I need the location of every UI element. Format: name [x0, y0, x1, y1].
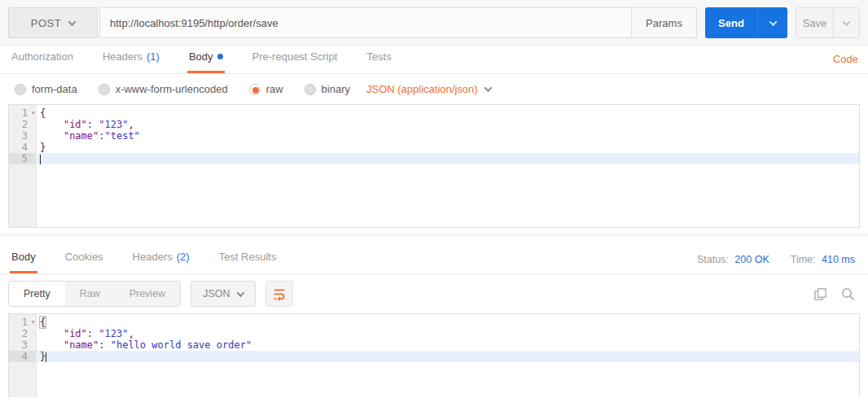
code-line-text[interactable]: {	[36, 107, 859, 119]
tab-label: Headers	[133, 251, 173, 263]
editor-line[interactable]: 3 "name": "hello world save order"	[9, 339, 859, 351]
tab-label: Cookies	[65, 251, 103, 263]
preview-button[interactable]: Preview	[115, 282, 180, 306]
response-tabs: Body Cookies Headers (2) Test Results St…	[0, 235, 868, 274]
tab-pre-request-script[interactable]: Pre-request Script	[251, 44, 340, 73]
radio-label: form-data	[32, 83, 77, 95]
wrap-text-icon	[272, 286, 287, 301]
code-line-text[interactable]: "name": "hello world save order"	[36, 339, 859, 351]
code-line-text[interactable]: }	[36, 142, 859, 153]
tab-authorization[interactable]: Authorization	[10, 44, 75, 73]
time-indicator: Time: 410 ms	[791, 254, 855, 265]
time-value: 410 ms	[822, 254, 855, 265]
editor-line[interactable]: 3 "name":"test"	[9, 130, 859, 142]
tab-body[interactable]: Body	[187, 44, 225, 73]
tab-label: Body	[11, 251, 36, 263]
tab-tests[interactable]: Tests	[365, 44, 392, 73]
radio-raw[interactable]: raw	[249, 83, 283, 95]
code-line-text[interactable]: }	[36, 351, 859, 362]
status-value: 200 OK	[734, 254, 769, 265]
editor-line[interactable]: 2 "id": "123",	[9, 119, 859, 130]
line-number: 1▾	[9, 107, 36, 119]
tab-label: Pre-request Script	[252, 50, 338, 63]
line-number: 4	[9, 351, 36, 362]
search-icon	[840, 286, 855, 301]
body-type-options: form-data x-www-form-urlencoded raw bina…	[0, 74, 868, 104]
tab-label: Body	[189, 50, 213, 63]
request-tabs: Authorization Headers (1) Body Pre-reque…	[0, 46, 868, 74]
method-label: POST	[31, 17, 61, 29]
radio-label: raw	[266, 83, 283, 95]
section-divider	[0, 228, 868, 235]
status-indicator: Status: 200 OK	[697, 254, 769, 265]
save-button[interactable]: Save	[796, 8, 833, 37]
response-format-select[interactable]: JSON	[191, 281, 256, 307]
code-line-text[interactable]: "id": "123",	[36, 328, 859, 339]
method-select[interactable]: POST	[8, 7, 98, 38]
view-mode-group: Pretty Raw Preview	[8, 281, 181, 307]
tab-label: Test Results	[219, 251, 277, 263]
content-type-select[interactable]: JSON (application/json)	[366, 83, 491, 95]
editor-line[interactable]: 2 "id": "123",	[9, 328, 859, 339]
editor-line[interactable]: 4}	[9, 351, 859, 362]
editor-line[interactable]: 4}	[9, 142, 859, 153]
chevron-down-icon	[68, 18, 77, 26]
wrap-text-button[interactable]	[265, 281, 293, 307]
radio-icon[interactable]	[305, 84, 316, 95]
raw-button[interactable]: Raw	[65, 282, 115, 306]
tab-label: Authorization	[11, 50, 73, 63]
line-number: 3	[9, 130, 36, 142]
radio-icon[interactable]	[15, 84, 26, 95]
body-content-dot-indicator	[217, 54, 223, 59]
content-type-label: JSON (application/json)	[366, 83, 478, 95]
fold-arrow-icon[interactable]: ▾	[31, 317, 35, 328]
editor-line[interactable]: 1▾{	[9, 317, 859, 328]
save-dropdown-button[interactable]	[833, 8, 859, 37]
editor-line[interactable]: 1▾{	[9, 107, 859, 119]
search-response-button[interactable]	[840, 286, 855, 301]
code-line-text[interactable]: "name":"test"	[36, 130, 859, 142]
radio-x-www-form-urlencoded[interactable]: x-www-form-urlencoded	[99, 83, 228, 95]
line-number: 5	[9, 153, 36, 164]
tab-label: Tests	[366, 50, 391, 63]
line-number: 2	[9, 328, 36, 339]
send-button-group: Send	[705, 7, 787, 38]
editor-line[interactable]: 5	[9, 153, 859, 164]
code-line-text[interactable]	[36, 153, 859, 164]
tab-response-headers[interactable]: Headers (2)	[131, 244, 191, 273]
code-line-text[interactable]: {	[36, 317, 859, 328]
send-button[interactable]: Send	[705, 7, 757, 38]
line-number: 2	[9, 119, 36, 130]
url-input[interactable]	[100, 8, 631, 37]
status-label: Status:	[697, 254, 729, 265]
request-body-editor[interactable]: 1▾{2 "id": "123",3 "name":"test"4}5	[8, 104, 860, 228]
tab-response-body[interactable]: Body	[10, 244, 37, 273]
radio-icon[interactable]	[99, 84, 110, 95]
headers-count-badge: (2)	[177, 251, 190, 263]
chevron-down-icon	[769, 18, 777, 26]
fold-arrow-icon[interactable]: ▾	[31, 107, 35, 119]
pretty-button[interactable]: Pretty	[9, 282, 65, 306]
radio-label: binary	[322, 83, 350, 95]
tab-cookies[interactable]: Cookies	[64, 244, 105, 273]
time-label: Time:	[791, 254, 816, 265]
chevron-down-icon	[843, 18, 851, 26]
chevron-down-icon	[484, 84, 492, 92]
radio-binary[interactable]: binary	[305, 83, 350, 95]
code-link[interactable]: Code	[833, 53, 858, 65]
line-number: 1▾	[9, 317, 36, 328]
radio-label: x-www-form-urlencoded	[116, 83, 228, 95]
code-line-text[interactable]: "id": "123",	[36, 119, 859, 130]
copy-response-button[interactable]	[813, 287, 827, 301]
line-number: 3	[9, 339, 36, 351]
tab-headers[interactable]: Headers (1)	[101, 44, 161, 73]
format-label: JSON	[203, 288, 230, 299]
params-button[interactable]: Params	[631, 8, 696, 37]
tab-test-results[interactable]: Test Results	[217, 244, 278, 273]
radio-form-data[interactable]: form-data	[15, 83, 77, 95]
response-body-editor[interactable]: 1▾{2 "id": "123",3 "name": "hello world …	[8, 313, 860, 397]
send-dropdown-button[interactable]	[757, 7, 787, 38]
radio-selected-icon[interactable]	[249, 84, 261, 95]
line-number: 4	[9, 142, 36, 153]
text-cursor	[40, 155, 41, 164]
